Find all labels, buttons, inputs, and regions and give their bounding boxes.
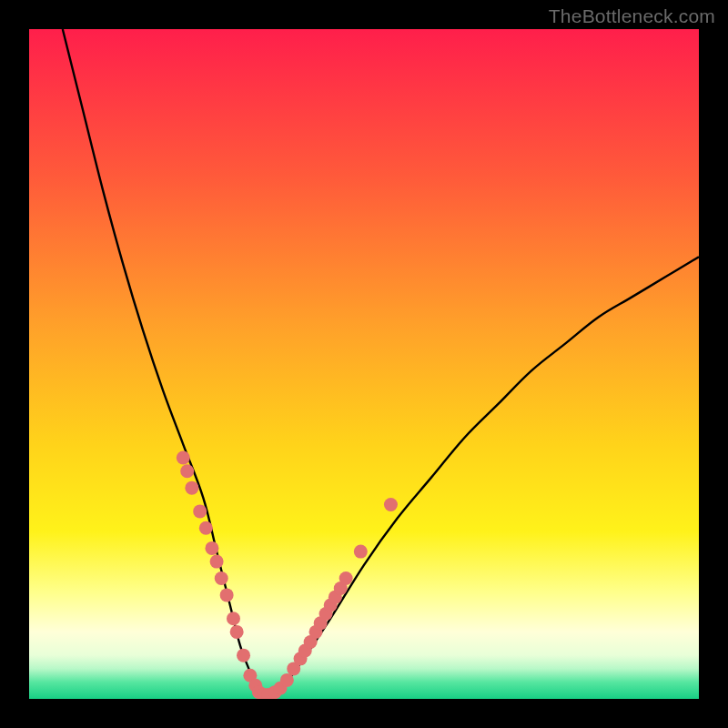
curve-marker bbox=[237, 649, 250, 662]
curve-marker bbox=[193, 504, 207, 518]
curve-marker bbox=[280, 673, 294, 687]
bottleneck-curve bbox=[63, 29, 699, 697]
curve-marker bbox=[230, 625, 244, 639]
curve-marker bbox=[210, 555, 224, 569]
curve-marker bbox=[339, 571, 353, 585]
curve-markers bbox=[177, 451, 398, 699]
curve-marker bbox=[199, 521, 213, 535]
plot-area bbox=[29, 29, 699, 699]
curve-marker bbox=[205, 541, 218, 555]
curve-marker bbox=[227, 612, 240, 625]
curve-marker bbox=[354, 545, 368, 559]
curve-marker bbox=[177, 451, 190, 465]
watermark-text: TheBottleneck.com bbox=[549, 5, 715, 27]
curve-marker bbox=[185, 481, 198, 495]
curve-marker bbox=[215, 571, 228, 585]
curve-layer bbox=[29, 29, 699, 699]
curve-marker bbox=[220, 588, 234, 602]
curve-marker bbox=[180, 464, 194, 478]
curve-marker bbox=[384, 498, 398, 511]
chart-frame: TheBottleneck.com bbox=[0, 0, 728, 728]
